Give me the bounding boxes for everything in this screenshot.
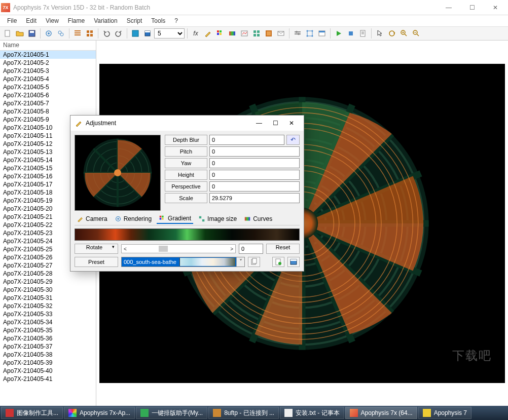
rotate-dropdown[interactable]: Rotate: [75, 244, 118, 254]
transform-icon[interactable]: [304, 28, 315, 39]
script-edit-icon[interactable]: [357, 28, 369, 39]
flame-list-item[interactable]: Apo7X-210405-6: [0, 91, 96, 99]
slider-thumb[interactable]: [159, 246, 168, 252]
flame-list-item[interactable]: Apo7X-210405-7: [0, 99, 96, 107]
minimize-button[interactable]: —: [437, 0, 460, 15]
tab-rendering[interactable]: Rendering: [113, 214, 154, 224]
flame-list-item[interactable]: Apo7X-210405-34: [0, 318, 96, 326]
menu-flame[interactable]: Flame: [64, 16, 89, 25]
task-item[interactable]: Apophysis 7x-Ap...: [64, 407, 135, 419]
dialog-close-button[interactable]: ✕: [283, 117, 300, 129]
fx-icon[interactable]: fx: [190, 28, 201, 39]
menu-tools[interactable]: Tools: [147, 16, 169, 25]
flame-list-item[interactable]: Apo7X-210405-41: [0, 375, 96, 383]
editor-icon[interactable]: [202, 28, 213, 39]
options-icon[interactable]: [316, 28, 328, 39]
maximize-button[interactable]: ☐: [460, 0, 484, 15]
menu-help[interactable]: ?: [170, 16, 182, 25]
play-icon[interactable]: [333, 28, 344, 39]
flame-list-item[interactable]: Apo7X-210405-30: [0, 286, 96, 294]
pointer-icon[interactable]: [374, 28, 385, 39]
height-label[interactable]: Height: [165, 170, 207, 180]
perspective-label[interactable]: Perspective: [165, 181, 207, 192]
menu-script[interactable]: Script: [123, 16, 147, 25]
open-icon[interactable]: [14, 28, 25, 39]
render-icon[interactable]: [43, 28, 54, 39]
slider-value-input[interactable]: [239, 244, 263, 254]
messages-icon[interactable]: [275, 28, 286, 39]
settings-icon[interactable]: [292, 28, 303, 39]
tab-gradient[interactable]: Gradient: [157, 214, 193, 224]
task-item[interactable]: Apophysis 7: [418, 407, 471, 419]
new-flame-icon[interactable]: [2, 28, 13, 39]
pitch-input[interactable]: [209, 146, 300, 157]
task-item[interactable]: 图像制作工具...: [1, 407, 63, 419]
tab-image-size[interactable]: Image size: [196, 214, 239, 224]
grid-view-icon[interactable]: [84, 28, 95, 39]
gradient-slider[interactable]: < >: [121, 244, 236, 253]
flame-list-item[interactable]: Apo7X-210405-5: [0, 83, 96, 91]
flame-list-item[interactable]: Apo7X-210405-31: [0, 294, 96, 302]
flame-list-item[interactable]: Apo7X-210405-32: [0, 302, 96, 310]
menu-variation[interactable]: Variation: [90, 16, 121, 25]
pitch-label[interactable]: Pitch: [165, 146, 207, 157]
flame-list-item[interactable]: Apo7X-210405-8: [0, 107, 96, 116]
dialog-titlebar[interactable]: Adjustment — ☐ ✕: [70, 116, 304, 131]
zoom-in-icon[interactable]: [398, 28, 410, 39]
tab-curves[interactable]: Curves: [242, 214, 274, 224]
preset-select[interactable]: 000_south-sea-bathe ˅: [121, 257, 245, 267]
yaw-input[interactable]: [209, 158, 300, 168]
menu-file[interactable]: File: [3, 16, 21, 25]
preset-label[interactable]: Preset: [75, 257, 118, 267]
flame-list-item[interactable]: Apo7X-210405-1: [0, 51, 96, 59]
depth-blur-label[interactable]: Depth Blur: [165, 135, 207, 145]
zoom-out-icon[interactable]: [411, 28, 422, 39]
list-header-name[interactable]: Name: [0, 41, 96, 51]
perspective-input[interactable]: [209, 181, 300, 192]
task-item[interactable]: Apophysis 7x (64...: [345, 407, 417, 419]
flame-list-item[interactable]: Apo7X-210405-2: [0, 59, 96, 67]
render-all-icon[interactable]: [55, 28, 66, 39]
save-preset-button[interactable]: [272, 257, 284, 267]
gradient-icon[interactable]: [227, 28, 238, 39]
flame-list-item[interactable]: Apo7X-210405-3: [0, 67, 96, 75]
list-view-icon[interactable]: [72, 28, 83, 39]
redo-icon[interactable]: [113, 28, 124, 39]
fullscreen-icon[interactable]: [130, 28, 141, 39]
chevron-down-icon[interactable]: ˅: [236, 257, 244, 266]
save-icon[interactable]: [26, 28, 38, 39]
flame-list-item[interactable]: Apo7X-210405-4: [0, 75, 96, 83]
dialog-maximize-button[interactable]: ☐: [267, 117, 283, 129]
palette-icon[interactable]: [214, 28, 226, 39]
scale-input[interactable]: [209, 193, 300, 203]
undo-param-button[interactable]: ↶: [286, 135, 300, 145]
tab-camera[interactable]: Camera: [75, 214, 110, 224]
image-size-icon[interactable]: [263, 28, 274, 39]
adjust-icon[interactable]: [239, 28, 250, 39]
height-input[interactable]: [209, 170, 300, 180]
flame-list-item[interactable]: Apo7X-210405-39: [0, 359, 96, 367]
task-item[interactable]: 8uftp - 已连接到 ...: [208, 407, 279, 419]
menu-view[interactable]: View: [42, 16, 63, 25]
task-item[interactable]: 一键排版助手(My...: [136, 407, 207, 419]
flame-list-item[interactable]: Apo7X-210405-40: [0, 367, 96, 375]
slider-right-arrow[interactable]: >: [228, 246, 235, 252]
scale-label[interactable]: Scale: [165, 193, 207, 203]
flame-list-item[interactable]: Apo7X-210405-37: [0, 342, 96, 351]
flame-list-item[interactable]: Apo7X-210405-36: [0, 334, 96, 342]
yaw-label[interactable]: Yaw: [165, 158, 207, 168]
dialog-minimize-button[interactable]: —: [251, 117, 267, 129]
task-item[interactable]: 安装.txt - 记事本: [280, 407, 344, 419]
flame-list-item[interactable]: Apo7X-210405-29: [0, 278, 96, 286]
browse-preset-button[interactable]: [287, 257, 300, 267]
menu-edit[interactable]: Edit: [22, 16, 41, 25]
rotate-tool-icon[interactable]: [386, 28, 397, 39]
close-button[interactable]: ✕: [484, 0, 507, 15]
flame-list-item[interactable]: Apo7X-210405-33: [0, 310, 96, 318]
undo-icon[interactable]: [101, 28, 112, 39]
stop-icon[interactable]: [345, 28, 356, 39]
flame-list-item[interactable]: Apo7X-210405-38: [0, 351, 96, 359]
gradient-preview-bar[interactable]: [75, 228, 300, 241]
window-icon[interactable]: [142, 28, 153, 39]
flame-list-item[interactable]: Apo7X-210405-35: [0, 326, 96, 334]
